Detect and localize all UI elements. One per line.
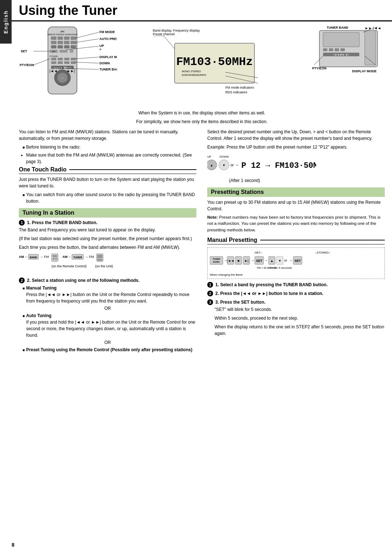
svg-line-46 [75,62,99,63]
or-divider-2: OR [19,340,196,345]
before-radio-item: Before listening to the radio: [23,144,196,150]
diagram-intro-line1: When the System is in use, the display s… [19,110,385,116]
band-diagram-svg: AM ← BAND → FM AM ← TUNER → FM [19,254,157,274]
svg-rect-9 [64,41,69,44]
svg-text:TUNER: TUNER [213,258,220,260]
svg-text:►►|: ►►| [67,69,75,73]
svg-rect-13 [64,45,69,48]
preset-tuning-item: Preset Tuning using the Remote Control (… [23,347,196,353]
svg-rect-4 [58,37,63,40]
svg-text:AM: AM [62,255,68,259]
svg-text:→: → [289,258,293,262]
svg-text:→: → [251,258,254,262]
svg-rect-22 [64,58,69,60]
svg-rect-3 [51,37,56,40]
left-column: You can listen to FM and AM (MW/LW) stat… [19,129,196,355]
before-radio-list: Before listening to the radio: [23,144,196,150]
svg-rect-5 [64,37,69,40]
step2-heading: 2 2. Select a station using one of the f… [19,278,196,283]
auto-tuning-text: If you press and hold the |◄◄ or ►►| but… [26,320,195,338]
manual-preset-svg: –SET– –STORED– TUNER BAND → |◄◄ ■ [210,250,348,272]
svg-text:–STORED–: –STORED– [315,251,331,254]
svg-text:←: ← [25,255,28,259]
svg-text:SET: SET [52,50,56,53]
svg-text:or: or [284,259,287,262]
svg-text:▼: ▼ [222,163,226,167]
svg-text:DOWN: DOWN [99,61,110,65]
note-label: Note: [207,215,218,219]
language-tab: English [0,0,12,44]
svg-text:→ FM: → FM [40,255,49,259]
svg-rect-65 [323,32,359,47]
one-touch-text1: Just press the TUNER BAND button to turn… [19,176,196,189]
svg-text:▼: ▼ [278,259,282,263]
svg-text:or: or [230,163,234,167]
svg-text:►► |◄◄: ►► |◄◄ [365,26,381,30]
svg-rect-21 [58,58,63,60]
svg-text:AM: AM [19,255,24,259]
page-title-bar: Using the Tuner [12,0,392,21]
svg-text:FM = 30 AM = 15: FM = 30 AM = 15 [257,267,277,269]
one-touch-bullet1: You can switch from any other sound sour… [23,191,196,204]
svg-text:PTY/EON: PTY/EON [20,63,34,67]
svg-text:|◄◄  ■  ►  ►|: |◄◄ ■ ► ►| [334,53,349,56]
svg-rect-85 [52,254,58,262]
svg-text:SET: SET [21,49,27,53]
step1-text1: The Band and Frequency you were last tun… [19,227,196,233]
preset-tuning-heading: Preset Tuning using the Remote Control (… [26,347,192,353]
or-divider-1: OR [19,306,196,311]
svg-rect-68 [335,48,339,51]
preset-select-text2: Example: Press the UP button until the p… [207,144,385,150]
center-display: FM103·50MHz MONO STEREO EON/TA/NEWS/INFO… [121,25,309,109]
svg-text:FM mode indicators: FM mode indicators [225,86,254,89]
language-label: English [3,10,9,34]
svg-line-56 [164,36,175,49]
auto-tuning-heading: Auto Tuning [26,313,52,318]
svg-text:|◄◄: |◄◄ [227,259,234,263]
svg-rect-24 [51,61,56,64]
svg-text:▲: ▲ [270,259,274,263]
svg-line-42 [33,59,50,65]
intro-text: You can listen to FM and AM (MW/LW) stat… [19,129,196,142]
svg-rect-26 [64,61,69,64]
remote-svg: JVC REMOTE CONTROL FM RECEIVER SET [19,25,117,109]
remote-diagram: JVC REMOTE CONTROL FM RECEIVER SET [19,25,117,110]
step1-text3: Each time you press the button, the band… [19,244,196,251]
manual-tuning-list: Manual Tuning Press the |◄◄ or ►►| butto… [23,285,196,304]
svg-text:DISPLAY MODE: DISPLAY MODE [99,55,117,59]
svg-rect-69 [340,48,345,51]
svg-rect-23 [71,58,76,60]
set-blink: "SET" will blink for 5 seconds. [215,306,385,313]
svg-text:FM MODE: FM MODE [99,30,115,34]
one-touch-list: You can switch from any other sound sour… [23,191,196,204]
svg-text:|◄◄: |◄◄ [49,69,57,73]
one-touch-radio-heading: One Touch Radio [19,166,196,174]
svg-text:AUTO PRESET: AUTO PRESET [99,37,117,41]
svg-text:MONO STEREO: MONO STEREO [182,70,201,73]
bullet-antenna: Make sure that both the FM and AM (MW/LW… [26,152,196,165]
page-title: Using the Tuner [19,3,385,18]
auto-tuning-list: Auto Tuning If you press and hold the |◄… [23,312,196,339]
svg-text:(on the Remote Control): (on the Remote Control) [52,264,87,268]
svg-rect-96 [97,259,102,261]
svg-text:Band display, Frequency displa: Band display, Frequency display, [153,29,200,32]
svg-rect-8 [58,41,63,44]
manual-tuning-item: Manual Tuning Press the |◄◄ or ►►| butto… [23,285,196,304]
mp-step1-heading: 1 1. Select a band by pressing the TUNER… [207,282,385,288]
svg-text:SET: SET [294,259,301,263]
svg-text:FM103·50MHz: FM103·50MHz [176,55,253,69]
svg-text:EON/TA/NEWS/INFO: EON/TA/NEWS/INFO [182,74,207,76]
step1-heading: 1 1. Press the TUNER BAND button. [19,220,196,226]
svg-text:→: → [235,162,239,167]
svg-rect-6 [71,37,76,40]
preset-tuning-list: Preset Tuning using the Remote Control (… [23,347,196,353]
svg-text:RDS indicators: RDS indicators [225,90,248,94]
unit-svg: |◄◄ ■ ► ►| TUNER BAND ►► |◄◄ PTY/EON DIS… [312,25,385,109]
svg-text:UP: UP [207,155,211,158]
svg-rect-17 [60,50,68,53]
svg-text:■: ■ [237,259,239,263]
svg-text:►|: ►| [244,259,248,263]
svg-rect-88 [55,258,57,260]
svg-text:DOWN: DOWN [220,155,229,158]
svg-text:JVC: JVC [60,31,65,33]
